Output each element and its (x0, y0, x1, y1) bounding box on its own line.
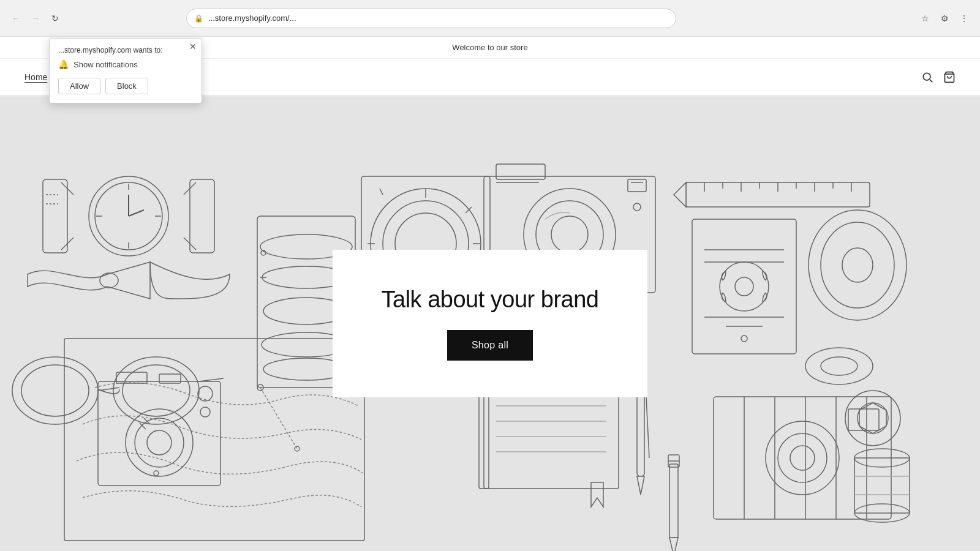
menu-button[interactable]: ⋮ (956, 10, 973, 27)
reload-button[interactable]: ↻ (47, 10, 64, 27)
cart-button[interactable] (943, 71, 956, 83)
search-button[interactable] (921, 71, 933, 83)
browser-nav-buttons: ← → ↻ (7, 10, 64, 27)
allow-button[interactable]: Allow (58, 78, 100, 94)
url-text: ...store.myshopify.com/... (208, 13, 296, 23)
svg-line-1 (930, 80, 932, 82)
browser-chrome: ← → ↻ 🔒 ...store.myshopify.com/... ☆ ⚙ ⋮ (0, 0, 980, 37)
back-button[interactable]: ← (7, 10, 24, 27)
block-button[interactable]: Block (105, 78, 148, 94)
dialog-buttons: Allow Block (58, 78, 193, 94)
lock-icon: 🔒 (194, 14, 203, 23)
nav-home[interactable]: Home (24, 72, 47, 82)
address-bar[interactable]: 🔒 ...store.myshopify.com/... (186, 9, 676, 28)
permission-label: Show notifications (74, 60, 138, 69)
permission-dialog: ✕ ...store.myshopify.com wants to: 🔔 Sho… (49, 38, 202, 103)
bookmark-button[interactable]: ☆ (916, 10, 933, 27)
dialog-close-button[interactable]: ✕ (189, 42, 197, 51)
dialog-permission-row: 🔔 Show notifications (58, 59, 193, 69)
hero-section: Talk about your brand Shop all (0, 96, 980, 551)
hero-title: Talk about your brand (382, 287, 599, 313)
nav-right-icons (921, 71, 956, 83)
svg-point-0 (923, 73, 930, 80)
announcement-text: Welcome to our store (452, 43, 527, 52)
shop-all-button[interactable]: Shop all (447, 330, 533, 361)
hero-content-card: Talk about your brand Shop all (333, 250, 648, 397)
dialog-origin-text: ...store.myshopify.com wants to: (58, 46, 193, 54)
browser-right-buttons: ☆ ⚙ ⋮ (916, 10, 973, 27)
forward-button[interactable]: → (27, 10, 44, 27)
store-page: Welcome to our store Home Products Conta… (0, 37, 980, 551)
bell-icon: 🔔 (58, 59, 69, 69)
extensions-button[interactable]: ⚙ (936, 10, 953, 27)
